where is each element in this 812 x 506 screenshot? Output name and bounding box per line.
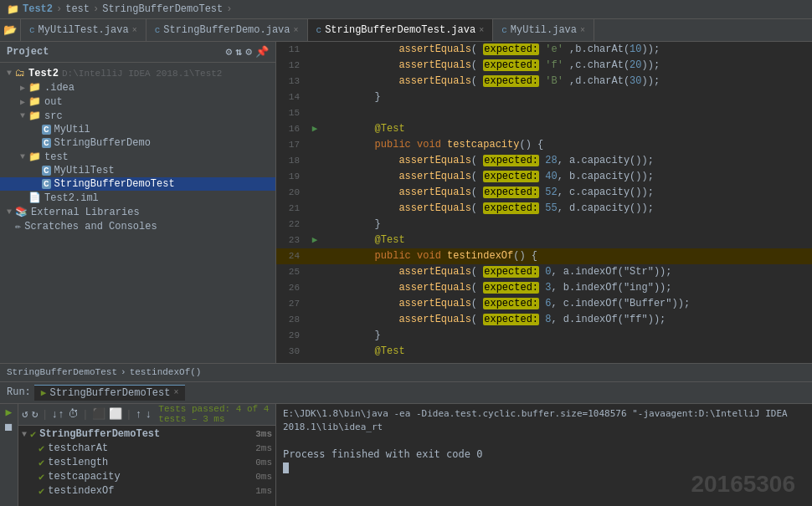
tree-item-out[interactable]: ▶📁out [0, 95, 275, 109]
breadcrumb-part3[interactable]: StringBufferDemoTest [102, 3, 223, 15]
tab-close-myutiltest[interactable]: × [132, 26, 137, 35]
tree-label: Test2.iml [44, 192, 99, 204]
bottom-tab-bar: Run: ▶ StringBufferDemoTest × [0, 382, 812, 404]
run-results-panel: ↺ ↻ | ↓↑ ⏱ | ⬛ ⬜ | ↑ ↓ Tests passed: 4 o… [18, 404, 276, 506]
test-suite-row[interactable]: ▼ ✔ StringBufferDemoTest 3ms [18, 427, 275, 442]
run-tab-label: StringBufferDemoTest [49, 387, 170, 399]
output-line-0: E:\JDK\1.8\bin\java -ea -Didea.test.cycl… [283, 407, 805, 434]
test-item-testlength[interactable]: ✔ testlength 0ms [18, 456, 275, 470]
rerun-icon[interactable]: ↺ [22, 407, 28, 421]
code-line-18: 18 assertEquals( expected: 28, a.capacit… [276, 153, 812, 169]
item-icon: 📁 [28, 151, 41, 163]
code-line-20: 20 assertEquals( expected: 52, c.capacit… [276, 185, 812, 201]
line-number: 30 [276, 344, 306, 360]
tab-run-stringbuffer[interactable]: ▶ StringBufferDemoTest × [34, 385, 186, 401]
line-code: assertEquals( expected: 8, d.indexOf("ff… [323, 312, 812, 328]
breadcrumb-part2[interactable]: test [65, 3, 90, 15]
tree-item--idea[interactable]: ▶📁.idea [0, 80, 275, 95]
code-area[interactable]: 11 assertEquals( expected: 'e' ,b.charAt… [276, 42, 812, 363]
suite-label: StringBufferDemoTest [39, 428, 160, 440]
tab-myutil[interactable]: cMyUtil.java× [493, 19, 594, 41]
code-line-23: 23 ▶ @Test [276, 233, 812, 248]
code-line-21: 21 assertEquals( expected: 55, d.capacit… [276, 201, 812, 217]
tree-label: .idea [44, 82, 75, 94]
prev-fail-icon[interactable]: ↑ [136, 408, 142, 421]
test-label: testlength [48, 457, 108, 468]
expand-all-icon[interactable]: ⬛ [92, 407, 105, 421]
tab-close-stringbufferdemo[interactable]: × [294, 26, 299, 35]
collapse-all-icon[interactable]: ⬜ [109, 407, 122, 421]
sort-dur-icon[interactable]: ⏱ [68, 408, 79, 421]
sort-alpha-icon[interactable]: ↓↑ [51, 408, 64, 421]
tab-stringbufferdemo[interactable]: cStringBufferDemo.java× [146, 19, 308, 41]
rerun-failed-icon[interactable]: ↻ [32, 407, 39, 421]
code-line-12: 12 assertEquals( expected: 'f' ,c.charAt… [276, 58, 812, 74]
next-fail-icon[interactable]: ↓ [146, 408, 152, 421]
run-icon: ▶ [41, 387, 47, 398]
line-number: 15 [276, 105, 306, 121]
line-code: assertEquals( expected: 0, a.indexOf("St… [323, 264, 812, 280]
main-layout: Project ⚙ ⇅ ⚙ 📌 ▼ 🗂 Test2 D:\IntelliJ ID… [0, 42, 812, 363]
play-button[interactable]: ▶ [6, 406, 13, 419]
item-icon: C [42, 166, 51, 176]
line-code: assertEquals( expected: 52, c.capacity()… [323, 185, 812, 201]
test-label: testcapacity [48, 471, 120, 483]
code-line-27: 27 assertEquals( expected: 6, c.indexOf(… [276, 296, 812, 312]
expand-icon[interactable]: ⇅ [235, 45, 242, 59]
tree-item-test[interactable]: ▼📁test [0, 150, 275, 164]
tree-item-test2-iml[interactable]: 📄Test2.iml [0, 191, 275, 205]
arrow-root: ▼ [3, 69, 15, 78]
tree-label: MyUtil [54, 124, 90, 135]
breadcrumb-part1[interactable]: Test2 [23, 3, 53, 15]
line-code: public void testcapacity() { [323, 137, 812, 153]
line-code: assertEquals( expected: 28, a.capacity()… [323, 153, 812, 169]
tab-myutiltest[interactable]: cMyUtilTest.java× [21, 19, 146, 41]
tree-item-scratches-and-consoles[interactable]: ✏Scratches and Consoles [0, 219, 275, 233]
item-icon: C [42, 138, 51, 148]
line-number: 24 [276, 248, 306, 264]
pin-icon[interactable]: 📌 [255, 45, 269, 59]
panel-toolbar: ⚙ ⇅ ⚙ 📌 [226, 45, 269, 59]
tree-label: StringBufferDemoTest [54, 178, 175, 190]
test-item-testindexOf[interactable]: ✔ testindexOf 1ms [18, 484, 275, 498]
line-number: 26 [276, 280, 306, 296]
tree-label: out [44, 96, 63, 108]
tree-item-stringbufferdemo[interactable]: CStringBufferDemo [0, 136, 275, 150]
project-label: Project [7, 46, 49, 58]
text-cursor [283, 463, 289, 473]
tab-stringbufferdemotest[interactable]: cStringBufferDemoTest.java× [308, 19, 494, 41]
test-label: testcharAt [48, 442, 108, 454]
run-output-text: E:\JDK\1.8\bin\java -ea -Didea.test.cycl… [276, 404, 812, 506]
line-number: 12 [276, 58, 306, 74]
tree-item-src[interactable]: ▼📁src [0, 109, 275, 123]
close-icon[interactable]: × [173, 388, 178, 397]
arrow: ▶ [17, 83, 28, 93]
test-item-testcharAt[interactable]: ✔ testcharAt 2ms [18, 442, 275, 456]
editor-breadcrumb-file: StringBufferDemoTest [7, 367, 117, 377]
line-code: @Test [323, 121, 812, 137]
test-pass-icon: ✔ [39, 471, 44, 483]
test-duration: 0ms [255, 472, 272, 482]
tree-item-myutil[interactable]: CMyUtil [0, 123, 275, 136]
test-pass-icon: ✔ [39, 457, 44, 469]
line-gutter: ▶ [306, 233, 323, 248]
item-icon: C [42, 125, 51, 135]
test-item-testcapacity[interactable]: ✔ testcapacity 0ms [18, 470, 275, 484]
line-number: 21 [276, 201, 306, 217]
settings2-icon[interactable]: ⚙ [245, 45, 252, 59]
editor-breadcrumb-method: testindexOf() [130, 367, 202, 377]
suite-pass-icon: ✔ [30, 428, 36, 441]
tree-item-myutiltest[interactable]: CMyUtilTest [0, 164, 275, 177]
line-code: } [323, 217, 812, 233]
tree-item-root[interactable]: ▼ 🗂 Test2 D:\IntelliJ IDEA 2018.1\Test2 [0, 66, 275, 80]
stop-button[interactable]: ⏹ [3, 422, 14, 434]
tab-close-myutil[interactable]: × [580, 26, 585, 35]
tab-left-actions: 📂 [0, 19, 21, 41]
tree-item-external-libraries[interactable]: ▼📚External Libraries [0, 205, 275, 219]
tab-close-stringbufferdemotest[interactable]: × [479, 26, 484, 35]
gear-icon[interactable]: ⚙ [226, 45, 233, 59]
project-panel: Project ⚙ ⇅ ⚙ 📌 ▼ 🗂 Test2 D:\IntelliJ ID… [0, 42, 276, 363]
tree-item-stringbufferdemotest[interactable]: CStringBufferDemoTest [0, 177, 275, 191]
line-number: 14 [276, 89, 306, 105]
line-code: assertEquals( expected: 6, c.indexOf("Bu… [323, 296, 812, 312]
